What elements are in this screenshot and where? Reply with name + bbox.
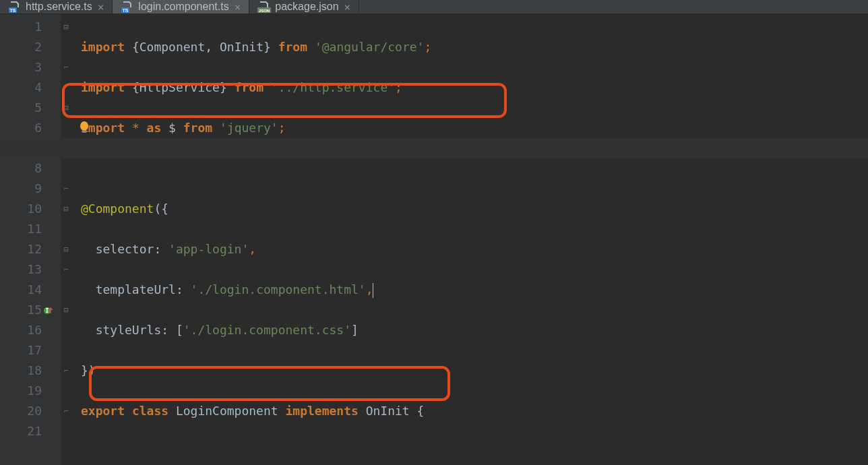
line-number-gutter: 1 2 3 4 5 6 7 8 9 10 11 12 13 14 15 16 1… xyxy=(0,14,61,465)
line-number: 1 xyxy=(0,17,42,37)
text-caret xyxy=(373,283,373,298)
close-icon[interactable]: × xyxy=(233,1,243,13)
line-number: 13 xyxy=(0,259,42,280)
ts-file-icon: TS xyxy=(8,0,22,13)
line-number: 18 xyxy=(0,361,42,381)
line-number: 6 xyxy=(0,118,42,138)
intention-bulb-icon[interactable] xyxy=(78,121,92,134)
svg-text:TS: TS xyxy=(10,8,16,13)
code-text[interactable]: import {Component, OnInit} from '@angula… xyxy=(61,14,868,465)
line-number: 9 xyxy=(0,179,42,199)
line-number: 14 xyxy=(0,280,42,300)
svg-text:JSON: JSON xyxy=(259,9,270,13)
line-number: 21 xyxy=(0,421,42,441)
svg-rect-9 xyxy=(82,130,86,133)
line-number: 3 xyxy=(0,57,42,78)
tab-http-service[interactable]: TS http.service.ts × xyxy=(0,0,113,13)
line-number: 10 xyxy=(0,199,42,219)
line-number: 8 xyxy=(0,158,42,179)
svg-point-8 xyxy=(80,121,88,131)
tab-label: http.service.ts xyxy=(26,1,92,13)
tab-bar: TS http.service.ts × TS login.component.… xyxy=(0,0,868,14)
line-number: 11 xyxy=(0,219,42,239)
tab-login-component[interactable]: TS login.component.ts × xyxy=(113,0,249,13)
line-number: 19 xyxy=(0,381,42,401)
line-number: 20 xyxy=(0,401,42,421)
close-icon[interactable]: × xyxy=(343,1,352,13)
json-file-icon: JSON xyxy=(257,0,271,13)
tab-label: login.component.ts xyxy=(138,1,228,13)
line-number: 2 xyxy=(0,37,42,57)
line-number: 17 xyxy=(0,340,42,361)
tab-package-json[interactable]: JSON package.json × xyxy=(249,0,359,13)
close-icon[interactable]: × xyxy=(96,1,106,13)
gutter-marker-icon[interactable]: I xyxy=(43,305,54,315)
ts-file-icon: TS xyxy=(121,0,134,13)
svg-text:TS: TS xyxy=(123,8,129,13)
code-editor[interactable]: 1 2 3 4 5 6 7 8 9 10 11 12 13 14 15 16 1… xyxy=(0,14,868,465)
line-number: 5 xyxy=(0,98,42,118)
line-number: 4 xyxy=(0,78,42,98)
line-number: 12 xyxy=(0,239,42,259)
line-number: 15 xyxy=(0,300,42,320)
tab-label: package.json xyxy=(275,1,338,13)
line-number: 16 xyxy=(0,320,42,340)
svg-text:I: I xyxy=(46,308,49,314)
